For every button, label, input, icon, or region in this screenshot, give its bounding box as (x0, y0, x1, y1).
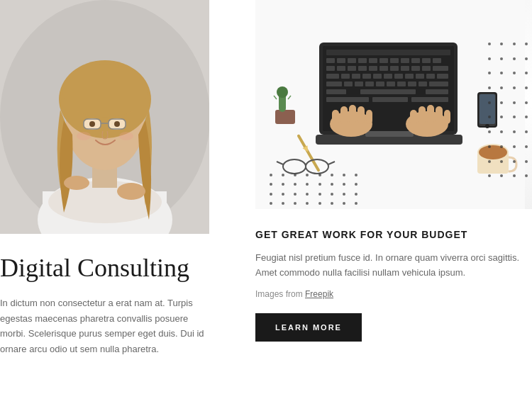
svg-rect-58 (326, 81, 342, 86)
svg-rect-29 (369, 58, 377, 63)
page-title: Digital Consulting (0, 254, 241, 283)
svg-rect-43 (401, 66, 409, 71)
svg-rect-61 (365, 81, 374, 86)
svg-point-19 (117, 183, 145, 200)
svg-rect-75 (365, 131, 414, 137)
svg-rect-49 (352, 74, 360, 79)
dot-pattern-bottom (270, 174, 362, 209)
svg-point-90 (277, 86, 288, 98)
section-heading: GET GREAT WORK FOR YOUR BUDGET (255, 229, 525, 240)
svg-rect-53 (394, 74, 403, 79)
svg-rect-72 (372, 97, 408, 102)
svg-rect-52 (384, 74, 392, 79)
left-column: Digital Consulting In dictum non consect… (0, 0, 241, 394)
credit-text: Images from Freepik (255, 289, 525, 299)
right-column: GET GREAT WORK FOR YOUR BUDGET Feugiat n… (241, 0, 532, 394)
svg-rect-60 (355, 81, 363, 86)
svg-rect-78 (340, 106, 348, 125)
svg-rect-47 (326, 74, 339, 79)
svg-rect-67 (429, 81, 448, 86)
svg-rect-73 (411, 97, 448, 102)
svg-rect-71 (326, 97, 369, 102)
svg-rect-28 (358, 58, 367, 63)
svg-rect-81 (366, 110, 372, 124)
svg-rect-27 (348, 58, 356, 63)
svg-rect-57 (437, 74, 448, 79)
svg-rect-51 (373, 74, 382, 79)
svg-rect-37 (337, 66, 345, 71)
svg-rect-38 (348, 66, 356, 71)
svg-rect-35 (433, 58, 441, 63)
svg-rect-34 (422, 58, 431, 63)
svg-point-15 (114, 121, 120, 127)
svg-rect-41 (379, 66, 388, 71)
svg-rect-33 (411, 58, 420, 63)
svg-rect-70 (426, 89, 448, 94)
svg-rect-65 (408, 81, 416, 86)
svg-rect-32 (401, 58, 409, 63)
svg-rect-42 (390, 66, 399, 71)
svg-rect-66 (419, 81, 427, 86)
svg-rect-85 (427, 105, 434, 125)
svg-rect-25 (326, 58, 335, 63)
svg-point-8 (62, 64, 148, 118)
freepik-link[interactable]: Freepik (305, 289, 333, 299)
svg-rect-54 (405, 74, 414, 79)
svg-rect-80 (358, 106, 365, 124)
svg-rect-64 (397, 81, 406, 86)
svg-rect-79 (349, 105, 356, 125)
svg-rect-46 (433, 66, 448, 71)
svg-point-14 (89, 121, 95, 127)
svg-point-18 (64, 176, 89, 190)
svg-rect-48 (341, 74, 350, 79)
svg-rect-50 (362, 74, 371, 79)
right-image-container (255, 0, 532, 209)
learn-more-button[interactable]: LEARN MORE (255, 313, 362, 342)
svg-rect-44 (411, 66, 420, 71)
svg-rect-45 (422, 66, 431, 71)
svg-rect-26 (337, 58, 345, 63)
svg-rect-87 (444, 110, 450, 124)
dot-pattern-right (488, 43, 532, 184)
svg-rect-55 (416, 74, 424, 79)
svg-rect-31 (390, 58, 399, 63)
page-description: In dictum non consectetur a erat nam at.… (0, 296, 209, 356)
svg-rect-59 (344, 81, 353, 86)
svg-rect-39 (358, 66, 367, 71)
section-description: Feugiat nisl pretium fusce id. In ornare… (255, 250, 525, 281)
svg-rect-68 (326, 89, 346, 94)
left-text-section: Digital Consulting In dictum non consect… (0, 234, 241, 356)
credit-prefix: Images from (255, 289, 305, 299)
svg-rect-56 (426, 74, 435, 79)
svg-rect-30 (379, 58, 388, 63)
woman-portrait-image (0, 0, 209, 234)
svg-rect-84 (419, 106, 426, 125)
svg-rect-77 (332, 110, 339, 125)
svg-rect-63 (387, 81, 395, 86)
svg-rect-36 (326, 66, 335, 71)
svg-rect-62 (376, 81, 384, 86)
svg-rect-83 (410, 110, 417, 125)
laptop-desk-image (255, 0, 532, 209)
svg-rect-86 (436, 106, 443, 124)
svg-rect-40 (369, 66, 377, 71)
svg-rect-88 (275, 110, 295, 124)
svg-point-17 (119, 132, 133, 140)
right-text-section: GET GREAT WORK FOR YOUR BUDGET Feugiat n… (255, 229, 532, 394)
svg-point-16 (77, 132, 91, 140)
svg-rect-24 (326, 50, 450, 55)
svg-rect-69 (360, 89, 416, 94)
